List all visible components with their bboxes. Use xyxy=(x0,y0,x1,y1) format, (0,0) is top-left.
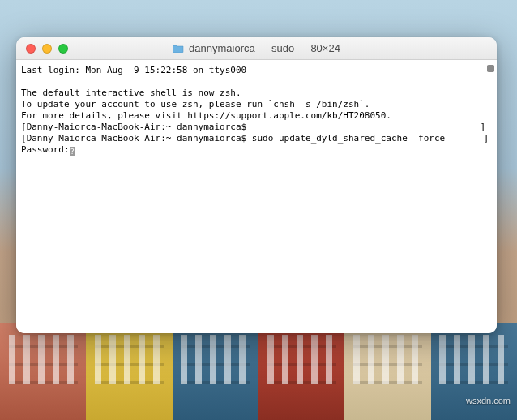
prompt-line-2: [Danny-Maiorca-MacBook-Air:~ dannymaiorc… xyxy=(21,133,494,144)
folder-icon xyxy=(173,44,184,53)
prompt-line-1: [Danny-Maiorca-MacBook-Air:~ dannymaiorc… xyxy=(21,122,494,133)
watermark: wsxdn.com xyxy=(466,396,511,405)
traffic-lights xyxy=(16,44,68,54)
minimize-icon[interactable] xyxy=(42,44,52,54)
password-line: Password: xyxy=(21,144,494,156)
terminal-content[interactable]: Last login: Mon Aug 9 15:22:58 on ttys00… xyxy=(16,60,497,333)
background-sky xyxy=(0,0,517,41)
maximize-icon[interactable] xyxy=(58,44,68,54)
scroll-indicator[interactable] xyxy=(487,65,494,72)
shell-msg-2: To update your account to use zsh, pleas… xyxy=(21,99,494,110)
shell-msg-1: The default interactive shell is now zsh… xyxy=(21,88,494,99)
shell-msg-3: For more details, please visit https://s… xyxy=(21,110,494,122)
blank-line xyxy=(21,76,494,88)
titlebar[interactable]: dannymaiorca — sudo — 80×24 xyxy=(16,37,497,60)
key-cursor-icon xyxy=(70,147,75,156)
prompt-2-host: Danny-Maiorca-MacBook-Air:~ dannymaiorca… xyxy=(27,133,247,144)
prompt-1-cmd xyxy=(246,122,252,132)
password-label: Password: xyxy=(21,144,70,155)
window-title-text: dannymaiorca — sudo — 80×24 xyxy=(189,42,340,54)
close-icon[interactable] xyxy=(26,44,36,54)
prompt-2-cmd: sudo update_dyld_shared_cache —force xyxy=(246,133,445,144)
terminal-window: dannymaiorca — sudo — 80×24 Last login: … xyxy=(16,37,497,333)
last-login-line: Last login: Mon Aug 9 15:22:58 on ttys00… xyxy=(21,65,494,76)
background-buildings xyxy=(0,323,517,420)
window-title: dannymaiorca — sudo — 80×24 xyxy=(16,42,497,54)
prompt-1-host: Danny-Maiorca-MacBook-Air:~ dannymaiorca… xyxy=(27,122,247,132)
